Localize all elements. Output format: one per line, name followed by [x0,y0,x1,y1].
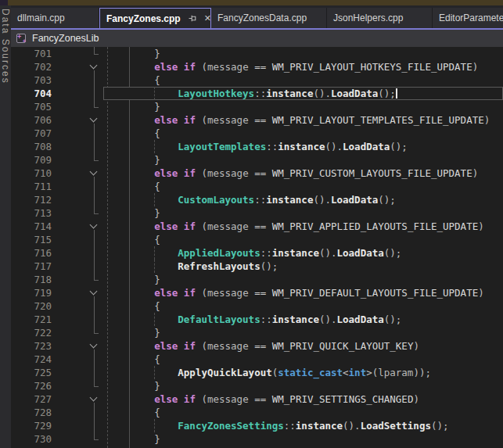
fold-margin [55,392,107,406]
code-editor[interactable]: 701 }702 else if (message == WM_PRIV_LAY… [11,47,503,448]
chevron-down-icon[interactable] [90,221,98,229]
fold-line [94,406,95,419]
fold-line [94,299,95,313]
fold-margin [55,379,107,392]
fold-end-tick [94,333,99,334]
fold-line [94,73,95,87]
code-text[interactable]: } [107,326,503,339]
code-text[interactable]: RefreshLayouts(); [107,260,503,273]
fold-margin [55,406,107,419]
code-line: 713 } [11,206,503,220]
code-line: 726 } [11,379,503,392]
code-line: 717 RefreshLayouts(); [11,260,503,273]
indent-guide-segment [154,260,155,273]
code-line: 708 LayoutTemplates::instance().LoadData… [11,140,503,153]
line-number: 705 [11,100,52,113]
line-number: 703 [11,73,52,87]
code-text[interactable]: { [107,406,503,419]
tab-fancyzonesdata-cpp[interactable]: FancyZonesData.cpp [211,8,327,28]
code-text[interactable]: FancyZonesSettings::instance().LoadSetti… [107,419,503,432]
chevron-down-icon[interactable] [90,288,98,296]
code-text[interactable]: } [107,47,503,60]
indent-guide-segment [154,246,155,260]
line-number: 704 [11,87,52,100]
line-number: 724 [11,353,52,366]
code-text[interactable]: } [107,153,503,167]
code-text[interactable]: } [107,432,503,446]
code-line: 706 else if (message == WM_PRIV_LAYOUT_T… [11,113,503,127]
fold-line [94,366,95,379]
chevron-down-icon[interactable] [90,394,98,402]
tab-label: JsonHelpers.cpp [333,13,403,23]
code-line: 712 CustomLayouts::instance().LoadData()… [11,193,503,206]
fold-margin [55,419,107,432]
line-number: 706 [11,113,52,127]
chevron-down-icon[interactable] [90,168,98,176]
code-text[interactable]: else if (message == WM_PRIV_APPLIED_LAYO… [107,220,503,233]
code-text[interactable]: LayoutTemplates::instance().LoadData(); [107,140,503,153]
code-text[interactable]: } [107,100,503,113]
close-icon[interactable]: ✕ [204,14,211,23]
fold-line [94,419,95,432]
code-text[interactable]: else if (message == WM_PRIV_LAYOUT_HOTKE… [107,60,503,73]
document-well: dllmain.cppFancyZones.cpp✕FancyZonesData… [11,5,503,448]
pin-icon[interactable] [189,14,197,23]
chevron-down-icon[interactable] [90,62,98,70]
fold-line [94,87,95,100]
indent-guide-segment [154,193,155,206]
code-text[interactable]: else if (message == WM_PRIV_DEFAULT_LAYO… [107,286,503,299]
fold-margin [55,47,107,60]
code-text[interactable]: { [107,299,503,313]
code-text[interactable]: } [107,206,503,220]
code-text[interactable]: { [107,233,503,246]
code-line: 704 LayoutHotkeys::instance().LoadData()… [11,87,503,100]
text-cursor [396,88,397,99]
code-text[interactable]: DefaultLayouts::instance().LoadData(); [107,313,503,326]
code-text[interactable]: } [107,379,503,392]
code-text[interactable]: } [107,273,503,286]
code-text[interactable]: CustomLayouts::instance().LoadData(); [107,193,503,206]
indent-guide-segment [154,419,155,432]
fold-end-tick [94,280,99,281]
code-text[interactable]: LayoutHotkeys::instance().LoadData(); [107,87,503,100]
code-text[interactable]: { [107,180,503,193]
tab-fancyzones-cpp[interactable]: FancyZones.cpp✕ [99,8,211,28]
code-text[interactable]: { [107,353,503,366]
fold-margin [55,100,107,113]
code-text[interactable]: else if (message == WM_PRIV_QUICK_LAYOUT… [107,339,503,353]
fold-line [94,379,95,386]
code-line: 727 else if (message == WM_PRIV_SETTINGS… [11,392,503,406]
fold-line [94,206,95,213]
title-bar-corner [0,0,8,5]
line-number: 721 [11,313,52,326]
code-text[interactable]: { [107,127,503,140]
ide-window: Data Sources dllmain.cppFancyZones.cpp✕F… [0,0,503,448]
line-number: 726 [11,379,52,392]
line-number: 730 [11,432,52,446]
line-number: 728 [11,406,52,419]
code-line: 716 AppliedLayouts::instance().LoadData(… [11,246,503,260]
fold-line [94,326,95,333]
code-line: 711 { [11,180,503,193]
tab-editorparamete[interactable]: EditorParamete [433,8,503,28]
line-number: 708 [11,140,52,153]
code-text[interactable]: else if (message == WM_PRIV_CUSTOM_LAYOU… [107,167,503,180]
breadcrumb-project[interactable]: FancyZonesLib [32,33,99,44]
code-line: 725 ApplyQuickLayout(static_cast<int>(lp… [11,366,503,379]
code-text[interactable]: else if (message == WM_PRIV_SETTINGS_CHA… [107,392,503,406]
code-line: 715 { [11,233,503,246]
code-text[interactable]: else if (message == WM_PRIV_LAYOUT_TEMPL… [107,113,503,127]
fold-line [94,353,95,366]
code-text[interactable]: { [107,73,503,87]
code-text[interactable]: ApplyQuickLayout(static_cast<int>(lparam… [107,366,503,379]
code-text[interactable]: AppliedLayouts::instance().LoadData(); [107,246,503,260]
chevron-down-icon[interactable] [90,115,98,123]
tab-dllmain-cpp[interactable]: dllmain.cpp [11,8,99,28]
sidebar-item-data-sources[interactable]: Data Sources [0,9,11,84]
chevron-down-icon[interactable] [90,341,98,349]
tab-jsonhelpers-cpp[interactable]: JsonHelpers.cpp [327,8,433,28]
tab-label: FancyZones.cpp [106,13,181,24]
tab-bar: dllmain.cppFancyZones.cpp✕FancyZonesData… [11,5,503,30]
line-number: 718 [11,273,52,286]
code-line: 723 else if (message == WM_PRIV_QUICK_LA… [11,339,503,353]
